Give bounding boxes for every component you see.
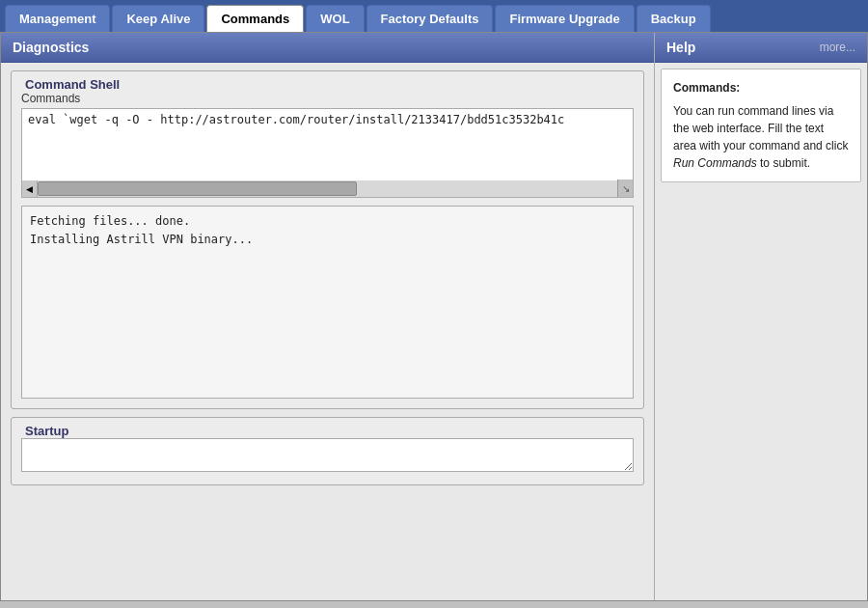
scrollbar-track xyxy=(38,180,617,197)
diagnostics-title: Diagnostics xyxy=(13,40,89,55)
command-input[interactable]: eval `wget -q -O - http://astrouter.com/… xyxy=(21,108,634,180)
left-panel: Diagnostics Command Shell Commands eval … xyxy=(1,33,655,600)
tab-firmware-upgrade[interactable]: Firmware Upgrade xyxy=(495,5,634,32)
top-nav: Management Keep Alive Commands WOL Facto… xyxy=(0,0,868,32)
command-output: Fetching files... done. Installing Astri… xyxy=(21,206,634,399)
help-content-body: You can run command lines via the web in… xyxy=(673,104,848,152)
horizontal-scrollbar[interactable]: ◀ ▶ ↘ xyxy=(21,180,634,198)
help-header: Help more... xyxy=(655,33,867,63)
help-content-box: Commands: You can run command lines via … xyxy=(661,69,861,182)
help-more-link[interactable]: more... xyxy=(820,41,855,54)
tab-keepalive[interactable]: Keep Alive xyxy=(112,5,204,32)
help-run-commands-italic: Run Commands xyxy=(673,156,757,170)
command-textarea-wrapper: eval `wget -q -O - http://astrouter.com/… xyxy=(21,108,634,198)
right-panel: Help more... Commands: You can run comma… xyxy=(655,33,867,600)
scrollbar-thumb[interactable] xyxy=(38,181,357,196)
tab-management[interactable]: Management xyxy=(5,5,110,32)
tab-commands[interactable]: Commands xyxy=(206,5,304,32)
startup-input[interactable] xyxy=(21,438,634,472)
tab-factory-defaults[interactable]: Factory Defaults xyxy=(366,5,494,32)
commands-label: Commands xyxy=(21,92,634,105)
command-shell-legend: Command Shell xyxy=(21,77,634,92)
main-area: Diagnostics Command Shell Commands eval … xyxy=(0,32,868,601)
resize-handle-icon[interactable]: ↘ xyxy=(617,180,633,197)
scroll-left-arrow[interactable]: ◀ xyxy=(22,180,38,197)
help-content-title: Commands: xyxy=(673,79,849,97)
command-shell-box: Command Shell Commands eval `wget -q -O … xyxy=(11,70,644,409)
commands-field-group: Commands eval `wget -q -O - http://astro… xyxy=(21,92,634,198)
diagnostics-header: Diagnostics xyxy=(1,33,654,63)
startup-legend: Startup xyxy=(21,424,634,438)
help-content-suffix: to submit. xyxy=(757,156,810,170)
tab-backup[interactable]: Backup xyxy=(637,5,711,32)
startup-box: Startup xyxy=(11,417,644,485)
help-title: Help xyxy=(666,40,695,55)
tab-wol[interactable]: WOL xyxy=(306,5,364,32)
